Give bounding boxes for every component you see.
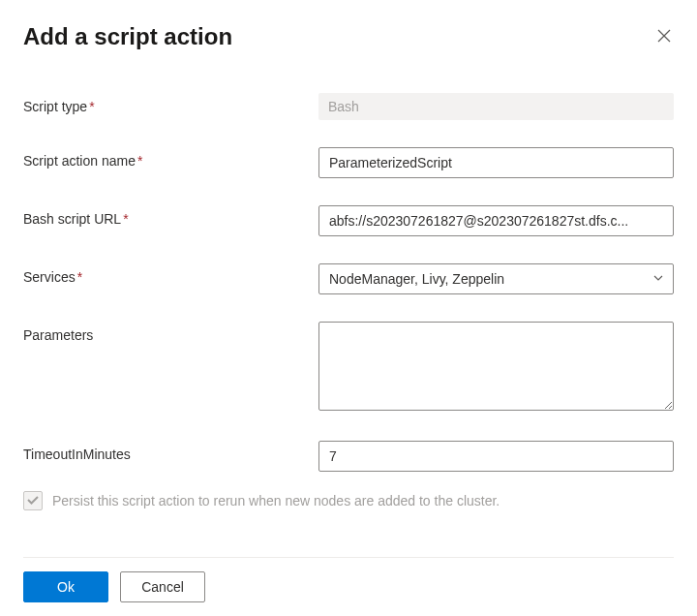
persist-label: Persist this script action to rerun when… xyxy=(52,493,500,508)
bash-script-url-label: Bash script URL* xyxy=(23,205,318,227)
ok-button[interactable]: Ok xyxy=(23,571,108,602)
dialog-title: Add a script action xyxy=(23,23,232,50)
parameters-label: Parameters xyxy=(23,322,318,343)
close-icon xyxy=(657,29,671,46)
bash-script-url-input[interactable] xyxy=(318,205,674,236)
timeout-input[interactable] xyxy=(318,441,674,472)
persist-checkbox xyxy=(23,491,43,510)
script-type-value: Bash xyxy=(318,93,674,120)
close-button[interactable] xyxy=(654,27,674,46)
services-label: Services* xyxy=(23,263,318,285)
script-action-name-input[interactable] xyxy=(318,147,674,178)
cancel-button[interactable]: Cancel xyxy=(120,571,205,602)
timeout-label: TimeoutInMinutes xyxy=(23,441,318,462)
services-value: NodeManager, Livy, Zeppelin xyxy=(329,271,504,287)
script-action-name-label: Script action name* xyxy=(23,147,318,169)
checkmark-icon xyxy=(26,493,40,509)
services-dropdown[interactable]: NodeManager, Livy, Zeppelin xyxy=(318,263,674,294)
script-type-label: Script type* xyxy=(23,93,318,114)
parameters-input[interactable] xyxy=(318,322,674,411)
